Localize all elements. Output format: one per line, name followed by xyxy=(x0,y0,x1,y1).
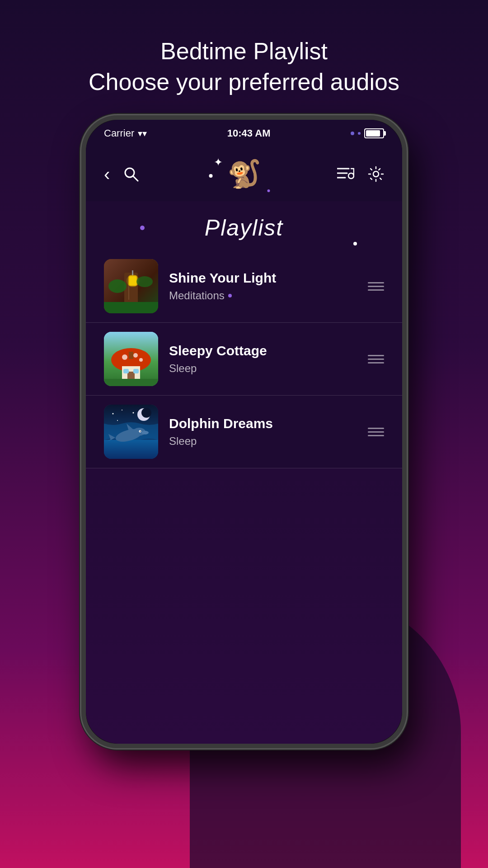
track-item[interactable]: Sleepy Cottage Sleep xyxy=(86,323,402,396)
sparkle-icon: ✦ xyxy=(214,156,223,169)
track-thumbnail-3 xyxy=(104,405,158,459)
track-name-1: Shine Your Light xyxy=(169,270,357,286)
track-info-3: Dolphin Dreams Sleep xyxy=(169,416,357,448)
playlist-deco-dot-2 xyxy=(353,242,357,245)
track-item[interactable]: Dolphin Dreams Sleep xyxy=(86,396,402,468)
svg-rect-30 xyxy=(129,352,133,359)
app-logo-area: ✦ 🐒 xyxy=(227,160,261,188)
drag-handle-1[interactable] xyxy=(368,282,384,291)
app-header: ‹ ✦ 🐒 xyxy=(86,147,402,201)
signal-dot xyxy=(358,132,361,135)
playlist-title-area: Playlist xyxy=(86,201,402,250)
drag-handle-2[interactable] xyxy=(368,355,384,363)
svg-point-38 xyxy=(141,408,151,418)
svg-rect-39 xyxy=(104,440,158,459)
svg-rect-31 xyxy=(104,379,158,386)
svg-rect-29 xyxy=(133,369,139,373)
header-right-controls xyxy=(337,166,384,182)
carrier-info: Carrier ▾▾ xyxy=(104,127,147,139)
category-dot-1 xyxy=(228,294,232,297)
track-thumbnail-2 xyxy=(104,332,158,386)
track-item[interactable]: Shine Your Light Meditations xyxy=(86,250,402,323)
back-button[interactable]: ‹ xyxy=(104,164,110,184)
status-bar: Carrier ▾▾ 10:43 AM xyxy=(86,120,402,147)
playlist-deco-dot-1 xyxy=(140,226,145,230)
sparkle-dot-left xyxy=(209,174,213,178)
track-category-2: Sleep xyxy=(169,362,357,375)
track-thumbnail-1 xyxy=(104,259,158,313)
svg-point-8 xyxy=(373,171,379,177)
svg-rect-28 xyxy=(123,369,129,373)
svg-point-23 xyxy=(122,354,127,360)
track-list: Shine Your Light Meditations xyxy=(86,250,402,468)
track-category-3: Sleep xyxy=(169,435,357,448)
status-time: 10:43 AM xyxy=(227,127,271,139)
svg-point-33 xyxy=(113,413,114,415)
header-left-controls: ‹ xyxy=(104,164,139,184)
battery-indicator xyxy=(364,128,384,138)
track-info-2: Sleepy Cottage Sleep xyxy=(169,343,357,375)
phone-mockup: Carrier ▾▾ 10:43 AM ‹ xyxy=(81,115,407,748)
battery-level xyxy=(366,130,380,137)
carrier-text: Carrier xyxy=(104,127,134,139)
sparkle-dot-right xyxy=(267,189,270,192)
svg-point-36 xyxy=(117,420,118,421)
playlist-title: Playlist xyxy=(205,215,283,241)
playlist-button[interactable] xyxy=(337,167,354,181)
svg-rect-17 xyxy=(104,302,158,313)
svg-line-1 xyxy=(133,176,138,181)
status-dot xyxy=(351,132,354,135)
page-title-line2: Choose your preferred audios xyxy=(89,67,399,98)
mascot-icon: 🐒 xyxy=(227,159,261,189)
track-info-1: Shine Your Light Meditations xyxy=(169,270,357,302)
search-button[interactable] xyxy=(123,166,139,182)
page-title-line1: Bedtime Playlist xyxy=(89,36,399,67)
svg-point-25 xyxy=(139,358,143,362)
svg-point-5 xyxy=(348,173,354,179)
svg-point-44 xyxy=(140,431,141,432)
track-category-1: Meditations xyxy=(169,289,357,302)
svg-point-42 xyxy=(141,431,149,434)
wifi-icon: ▾▾ xyxy=(138,128,147,139)
phone-frame: Carrier ▾▾ 10:43 AM ‹ xyxy=(81,115,407,748)
page-header: Bedtime Playlist Choose your preferred a… xyxy=(89,36,399,97)
track-name-3: Dolphin Dreams xyxy=(169,416,357,431)
svg-point-35 xyxy=(133,412,134,414)
app-content: Playlist xyxy=(86,201,402,468)
settings-button[interactable] xyxy=(368,166,384,182)
phone-screen: Carrier ▾▾ 10:43 AM ‹ xyxy=(86,120,402,744)
svg-point-24 xyxy=(133,353,138,358)
svg-point-18 xyxy=(108,279,127,293)
drag-handle-3[interactable] xyxy=(368,428,384,436)
svg-point-19 xyxy=(136,276,153,287)
track-name-2: Sleepy Cottage xyxy=(169,343,357,359)
svg-point-34 xyxy=(122,410,122,410)
status-right xyxy=(351,128,384,138)
